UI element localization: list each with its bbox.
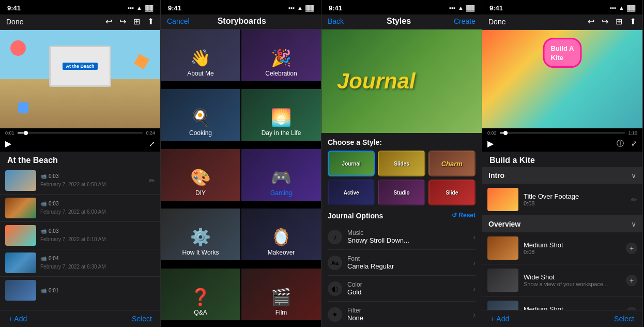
shot-duration-medium1: 0:08 [524,249,621,255]
wifi-icon-4: ▲ [619,5,624,11]
fullscreen-button-1[interactable]: ⤢ [149,140,155,148]
clip-item-2[interactable]: 📹 0:03 February 7, 2022 at 6:00 AM [0,195,160,222]
back-button-3[interactable]: Back [328,17,344,25]
clip-item-1[interactable]: 📹 0:03 February 7, 2022 at 6:50 AM ✏ [0,167,160,195]
clip-video-icon-1: 📹 [40,173,47,179]
share-icon-4[interactable]: ⬆ [630,17,636,26]
clip-video-icon-2: 📹 [40,201,47,206]
shot-wide[interactable]: Wide Shot Show a view of your workspace.… [482,264,642,296]
storyboard-diy[interactable]: 🎨 DIY [161,149,240,201]
project-title-4: Build a Kite [482,152,642,167]
undo-icon-1[interactable]: ↩ [105,17,112,26]
storyboard-day-in-life[interactable]: 🌅 Day in the Life [241,89,321,141]
info-button-4[interactable]: ⓘ [617,139,624,148]
option-music-details: Music Snowy Stroll Down... [347,229,473,244]
nav-icons-4: ↩ ↪ ⊞ ⬆ [588,17,636,26]
style-studio[interactable]: Studio [378,180,425,205]
clip-list-1: 📹 0:03 February 7, 2022 at 6:50 AM ✏ 📹 0… [0,167,160,310]
storyboard-icon-1[interactable]: ⊞ [133,17,140,26]
storyboard-film[interactable]: 🎬 Film [241,269,321,320]
undo-icon-4[interactable]: ↩ [588,17,594,26]
style-charm[interactable]: Charm [428,151,476,176]
option-filter-value: None [347,314,473,322]
storyboard-icon-4[interactable]: ⊞ [616,17,622,26]
timeline-bar-4: 0:02 1:10 [487,130,637,136]
howitworks-icon: ⚙️ [190,227,211,247]
clip-item-4[interactable]: 📹 0:04 February 7, 2022 at 6:30 AM [0,249,160,277]
storyboard-how-it-works[interactable]: ⚙️ How It Works [161,209,240,260]
style-studio-label: Studio [393,190,409,196]
shot-title-footage[interactable]: Title Over Footage 0:08 ✏ [482,184,642,216]
qa-label: Q&A [194,309,207,316]
storyboard-about-me[interactable]: 👋 About Me [161,29,240,81]
done-button-1[interactable]: Done [6,18,23,26]
create-button-3[interactable]: Create [454,17,476,25]
shot-add-wide[interactable]: + [626,275,637,286]
redo-icon-1[interactable]: ↪ [119,17,126,26]
timeline-bar-1: 0:01 0:24 [5,130,155,136]
clip-duration-3: 0:03 [49,228,58,234]
shot-medium-1[interactable]: Medium Shot 0:08 + [482,232,642,264]
nav-bar-4: Done ↩ ↪ ⊞ ⬆ [482,14,642,30]
signal-icon-4: ▪▪▪ [610,5,616,11]
option-font[interactable]: Aa Font Canela Regular › [328,250,476,276]
option-filter-details: Filter None [347,307,473,322]
add-button-1[interactable]: + Add [8,315,27,323]
clip-info-2: 📹 0:03 February 7, 2022 at 6:00 AM [40,201,155,216]
timeline-track-4[interactable] [500,132,625,133]
video-controls-4: 0:02 1:10 ▶ ⓘ ⤢ [482,128,642,152]
clip-edit-1[interactable]: ✏ [149,176,155,185]
play-button-1[interactable]: ▶ [5,139,11,148]
timeline-track-1[interactable] [18,132,143,133]
style-slides[interactable]: Slides [378,151,425,176]
select-button-4[interactable]: Select [614,315,634,323]
section-header-overview[interactable]: Overview ∨ [482,216,642,232]
about-icon: 👋 [190,48,211,68]
timeline-dot-4 [503,131,508,135]
storyboard-gaming[interactable]: 🎮 Gaming [241,149,321,201]
battery-icon-1: ▓▓ [145,5,153,11]
storyboard-grid: 👋 About Me 🎉 Celebration 🍳 Cooking 🌅 Day… [161,29,321,327]
shot-title-label: Title Over Footage [524,192,626,200]
clip-item-5[interactable]: 📹 0:01 [0,277,160,304]
shot-medium-2[interactable]: Medium Shot What makes this project spec… [482,296,642,310]
share-icon-1[interactable]: ⬆ [147,17,154,26]
overview-title: Overview [488,220,520,228]
video-preview-1: At the Beach [0,30,160,128]
storyboard-makeover[interactable]: 🪞 Makeover [241,209,321,260]
add-button-4[interactable]: + Add [490,315,509,323]
status-bar-1: 9:41 ▪▪▪ ▲ ▓▓ [0,0,160,14]
redo-icon-4[interactable]: ↪ [602,17,608,26]
style-slide[interactable]: Slide [428,180,476,205]
clip-video-icon-5: 📹 [40,288,47,293]
option-color-value: Gold [347,288,473,296]
style-active-label: Active [344,190,359,196]
fullscreen-button-4[interactable]: ⤢ [631,139,637,148]
option-music-value: Snowy Stroll Down... [347,236,473,244]
cancel-button-2[interactable]: Cancel [167,17,190,25]
phone-storyboards: 9:41 ▪▪▪ ▲ ▓▓ Cancel Storyboards 👋 About… [161,0,321,327]
storyboard-cooking[interactable]: 🍳 Cooking [161,89,240,141]
clip-item-3[interactable]: 📹 0:03 February 7, 2022 at 6:10 AM [0,222,160,249]
storyboard-celebration[interactable]: 🎉 Celebration [241,29,321,81]
shot-info-wide: Wide Shot Show a view of your workspace.… [524,273,621,287]
time-start-1: 0:01 [5,130,14,136]
clip-duration-4: 0:04 [49,256,58,261]
shot-add-medium1[interactable]: + [626,243,637,254]
wifi-icon-3: ▲ [458,5,464,11]
option-music[interactable]: ♪ Music Snowy Stroll Down... › [328,224,476,250]
section-header-intro[interactable]: Intro ∨ [482,167,642,184]
done-button-4[interactable]: Done [488,18,505,26]
clip-duration-2: 0:03 [49,201,58,206]
playback-row-1: ▶ ⤢ [5,138,155,150]
howitworks-label: How It Works [182,249,219,256]
play-button-4[interactable]: ▶ [487,139,494,148]
option-filter[interactable]: ✦ Filter None › [328,302,476,327]
style-active[interactable]: Active [328,180,375,205]
style-journal[interactable]: Journal [328,151,375,176]
select-button-1[interactable]: Select [132,315,152,323]
storyboard-qa[interactable]: ❓ Q&A [161,269,240,320]
option-color[interactable]: ◐ Color Gold › [328,276,476,302]
shot-edit-intro[interactable]: ✏ [631,196,637,204]
reset-button[interactable]: ↺ Reset [452,212,476,220]
